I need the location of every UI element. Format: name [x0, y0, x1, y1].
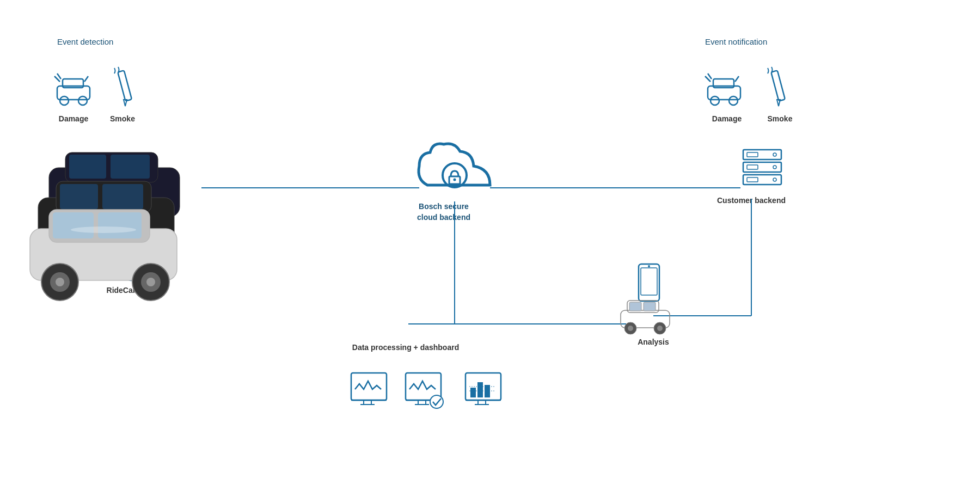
svg-line-11	[57, 74, 61, 79]
analysis-car-icon	[621, 301, 670, 334]
svg-rect-13	[118, 70, 132, 101]
svg-point-9	[78, 96, 87, 105]
svg-rect-30	[743, 150, 781, 160]
svg-rect-33	[747, 152, 758, 157]
svg-rect-64	[470, 388, 476, 397]
svg-rect-72	[111, 155, 150, 179]
left-damage-icon	[54, 74, 90, 105]
svg-point-46	[628, 326, 633, 331]
svg-point-17	[710, 96, 719, 105]
svg-rect-49	[629, 302, 641, 311]
svg-rect-80	[102, 184, 143, 209]
smartphone-icon	[639, 264, 659, 301]
diagram-container: Event detection Event notification Bosch…	[0, 0, 980, 490]
svg-rect-40	[641, 268, 657, 295]
svg-point-91	[56, 278, 64, 286]
svg-rect-66	[485, 385, 490, 397]
right-damage-icon	[705, 74, 740, 105]
cloud-icon	[419, 144, 490, 187]
svg-point-95	[71, 226, 136, 233]
dashboard-monitor-3	[465, 373, 501, 405]
svg-point-42	[648, 265, 650, 267]
svg-point-36	[773, 166, 776, 169]
svg-rect-32	[743, 175, 781, 185]
svg-rect-71	[69, 155, 106, 179]
server-icon	[743, 150, 781, 185]
svg-rect-35	[747, 165, 758, 169]
svg-rect-79	[60, 184, 98, 209]
dashboard-monitor-2	[406, 373, 443, 408]
svg-point-18	[729, 96, 738, 105]
svg-rect-39	[639, 264, 659, 301]
svg-rect-65	[477, 382, 483, 397]
dashboard-monitor-1	[351, 373, 387, 405]
left-smoke-icon	[114, 67, 132, 106]
svg-point-8	[60, 96, 69, 105]
svg-rect-22	[771, 70, 785, 101]
svg-rect-31	[743, 162, 781, 172]
car-fleet-icon	[30, 152, 180, 301]
svg-line-12	[84, 76, 88, 82]
svg-point-38	[773, 178, 776, 181]
svg-line-21	[735, 76, 739, 82]
right-smoke-icon	[768, 67, 785, 106]
svg-point-59	[430, 395, 443, 408]
svg-rect-50	[644, 302, 656, 311]
svg-line-20	[708, 74, 712, 79]
svg-point-48	[657, 326, 663, 331]
main-svg	[0, 0, 980, 490]
svg-point-34	[773, 153, 776, 156]
svg-rect-37	[747, 177, 758, 182]
svg-rect-88	[98, 212, 142, 238]
svg-point-94	[146, 278, 155, 286]
svg-point-26	[454, 179, 456, 181]
svg-rect-87	[53, 212, 94, 238]
